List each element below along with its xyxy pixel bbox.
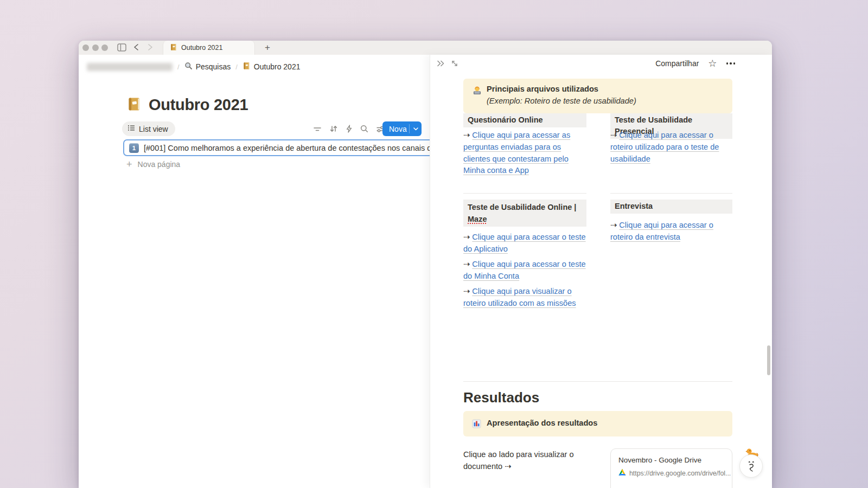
bar-chart-emoji-icon — [472, 419, 481, 431]
notion-window: Outubro 2021 + / Pesquisas / Outubro 202… — [79, 41, 772, 488]
list-view-icon — [127, 124, 135, 133]
notebook-icon — [170, 43, 177, 53]
tab-outubro-2021[interactable]: Outubro 2021 — [163, 41, 255, 55]
notebook-icon — [242, 62, 251, 72]
sort-icon[interactable] — [329, 125, 338, 133]
keycap-one-icon: 1 — [129, 143, 139, 153]
link-paragraph: ⇢ Clique aqui para acessar o roteiro da … — [610, 220, 732, 243]
link-teste-aplicativo[interactable]: Clique aqui para acessar o teste do Apli… — [463, 233, 586, 253]
breadcrumb-separator: / — [177, 63, 180, 71]
bookmark-google-drive[interactable]: Novembro - Google Drive https://drive.go… — [610, 448, 732, 488]
help-character-button[interactable] — [739, 454, 763, 478]
more-options-icon[interactable] — [726, 62, 736, 65]
section-header-entrevista: Entrevista — [610, 200, 732, 214]
link-paragraph: ⇢ Clique aqui para acessar as perguntas … — [463, 130, 586, 177]
dashed-arrow-icon: ⇢ — [463, 287, 470, 296]
technologist-emoji-icon — [472, 86, 482, 98]
link-paragraph: ⇢ Clique aqui para visualizar o roteiro … — [463, 286, 586, 310]
dashed-arrow-icon: ⇢ — [463, 233, 470, 241]
link-roteiro-entrevista[interactable]: Clique aqui para acessar o roteiro da en… — [610, 221, 713, 241]
nova-button[interactable]: Nova — [382, 121, 422, 136]
link-paragraph: ⇢ Clique aqui para acessar o teste do Mi… — [463, 259, 586, 282]
google-drive-icon — [618, 468, 626, 478]
callout-apresentacao-resultados: Apresentação dos resultados — [463, 411, 732, 436]
link-perguntas-questionario[interactable]: Clique aqui para acessar as perguntas en… — [463, 131, 570, 175]
workspace-breadcrumb-redacted[interactable] — [87, 63, 173, 71]
new-tab-button[interactable]: + — [262, 42, 273, 53]
dashed-arrow-icon: ⇢ — [463, 131, 470, 139]
share-button[interactable]: Compartilhar — [655, 59, 699, 68]
callout-subtitle: (Exemplo: Roteiro de teste de usabilidad… — [487, 97, 636, 105]
page-icon-notebook[interactable] — [126, 97, 142, 114]
scrollbar-thumb[interactable] — [767, 345, 770, 375]
section-header-teste-usabilidade-online-maze: Teste de Usabilidade Online | Maze — [463, 200, 586, 227]
callout-title: Principais arquivos utilizados — [487, 85, 598, 93]
close-window-button[interactable] — [82, 44, 89, 51]
divider — [463, 381, 732, 382]
lightning-icon[interactable] — [346, 125, 353, 133]
divider — [610, 193, 732, 194]
note-clique-ao-lado: Clique ao lado para visualizar o documen… — [463, 449, 593, 473]
expand-page-icon[interactable] — [451, 60, 458, 69]
close-side-peek-button[interactable] — [437, 60, 445, 69]
breadcrumb: / Pesquisas / Outubro 2021 — [87, 59, 300, 75]
breadcrumb-pesquisas[interactable]: Pesquisas — [184, 62, 231, 72]
search-icon[interactable] — [360, 125, 368, 133]
tab-bar: Outubro 2021 + — [79, 41, 772, 55]
back-button[interactable] — [133, 43, 139, 53]
tab-title: Outubro 2021 — [181, 44, 222, 52]
dashed-arrow-icon: ⇢ — [610, 131, 617, 139]
tab-list-view[interactable]: List view — [122, 121, 175, 136]
dashed-arrow-icon: ⇢ — [463, 260, 470, 268]
link-teste-minha-conta[interactable]: Clique aqui para acessar o teste do Minh… — [463, 260, 586, 280]
favorite-star-icon[interactable]: ☆ — [708, 59, 717, 68]
dashed-arrow-icon: ⇢ — [610, 221, 617, 229]
minimize-window-button[interactable] — [92, 44, 99, 51]
breadcrumb-separator: / — [235, 63, 238, 71]
zoom-window-button[interactable] — [101, 44, 108, 51]
forward-button[interactable] — [147, 43, 154, 53]
heading-resultados: Resultados — [463, 389, 539, 406]
link-paragraph: ⇢ Clique aqui para acessar o roteiro uti… — [610, 130, 732, 165]
list-item-title: [#001] Como melhoramos a experiência de … — [144, 144, 437, 152]
side-peek-panel: Compartilhar ☆ Principais arquivos utili… — [430, 55, 772, 488]
dashed-arrow-icon: ⇢ — [505, 462, 511, 471]
section-header-questionario-online: Questionário Online — [463, 113, 586, 127]
bookmark-title: Novembro - Google Drive — [618, 456, 701, 464]
divider — [463, 193, 586, 194]
chevron-down-icon[interactable] — [410, 127, 422, 131]
link-roteiro-missoes[interactable]: Clique aqui para visualizar o roteiro ut… — [463, 287, 576, 307]
callout-principais-arquivos: Principais arquivos utilizados (Exemplo:… — [463, 79, 732, 113]
link-roteiro-teste-presencial[interactable]: Clique aqui para acessar o roteiro utili… — [610, 131, 719, 163]
search-emoji-icon — [184, 62, 193, 72]
new-page-button[interactable]: + Nova página — [126, 159, 180, 169]
breadcrumb-outubro-2021[interactable]: Outubro 2021 — [242, 62, 301, 72]
sidebar-toggle-button[interactable] — [117, 43, 126, 54]
list-item-pesquisa-001[interactable]: 1 [#001] Como melhoramos a experiência d… — [123, 139, 437, 156]
page-title: Outubro 2021 — [149, 96, 248, 114]
bookmark-url: https://drive.google.com/drive/fol... — [629, 470, 731, 477]
plus-icon: + — [126, 159, 132, 169]
link-paragraph: ⇢ Clique aqui para acessar o teste do Ap… — [463, 232, 586, 255]
filter-icon[interactable] — [313, 125, 322, 133]
